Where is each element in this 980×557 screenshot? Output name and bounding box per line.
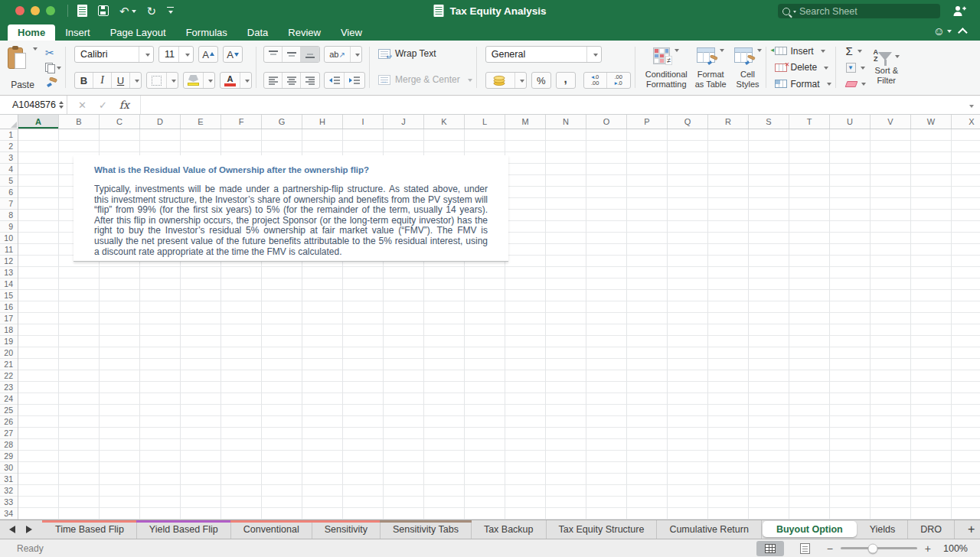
sheet-tab-cumulative-return[interactable]: Cumulative Return bbox=[657, 520, 762, 539]
column-header-C[interactable]: C bbox=[100, 115, 140, 129]
column-header-Q[interactable]: Q bbox=[668, 115, 708, 129]
add-sheet-button[interactable]: + bbox=[955, 520, 980, 539]
close-window-button[interactable] bbox=[15, 6, 24, 15]
row-header-9[interactable]: 9 bbox=[0, 221, 18, 233]
row-header-15[interactable]: 15 bbox=[0, 290, 18, 301]
save-icon[interactable] bbox=[98, 5, 109, 16]
column-header-T[interactable]: T bbox=[789, 115, 830, 129]
align-right-button[interactable] bbox=[301, 73, 319, 88]
italic-button[interactable]: I bbox=[93, 73, 112, 88]
row-header-7[interactable]: 7 bbox=[0, 198, 18, 210]
normal-view-button[interactable] bbox=[756, 541, 784, 556]
increase-indent-button[interactable] bbox=[345, 73, 364, 88]
insert-cells-button[interactable]: Insert bbox=[775, 45, 831, 57]
confirm-entry-icon[interactable]: ✓ bbox=[99, 99, 107, 111]
row-header-29[interactable]: 29 bbox=[0, 451, 18, 462]
row-header-34[interactable]: 34 bbox=[0, 508, 18, 520]
sheet-tab-tax-equity-structure[interactable]: Tax Equity Structure bbox=[547, 520, 658, 539]
align-middle-button[interactable] bbox=[283, 47, 301, 62]
row-header-4[interactable]: 4 bbox=[0, 164, 18, 175]
increase-decimal-button[interactable]: ◂.0 .00 bbox=[584, 73, 607, 88]
fill-color-caret[interactable] bbox=[204, 73, 214, 88]
sheet-tab-conventional[interactable]: Conventional bbox=[231, 520, 312, 539]
collapse-ribbon-button[interactable] bbox=[958, 28, 968, 37]
share-people-button[interactable] bbox=[952, 5, 966, 17]
search-sheet-box[interactable]: Search Sheet bbox=[778, 4, 940, 18]
sheet-tab-tax-backup[interactable]: Tax Backup bbox=[472, 520, 547, 539]
redo-icon[interactable]: ↻ bbox=[147, 5, 157, 17]
zoom-in-button[interactable]: + bbox=[925, 542, 931, 555]
column-header-G[interactable]: G bbox=[262, 115, 302, 129]
row-header-19[interactable]: 19 bbox=[0, 336, 18, 347]
row-header-23[interactable]: 23 bbox=[0, 382, 18, 393]
comma-style-button[interactable]: , bbox=[556, 72, 576, 89]
row-header-31[interactable]: 31 bbox=[0, 474, 18, 485]
row-header-10[interactable]: 10 bbox=[0, 233, 18, 244]
borders-dropdown-caret[interactable] bbox=[167, 73, 178, 88]
row-header-32[interactable]: 32 bbox=[0, 485, 18, 497]
borders-button[interactable] bbox=[147, 73, 167, 88]
font-color-caret[interactable] bbox=[240, 73, 251, 88]
row-header-27[interactable]: 27 bbox=[0, 428, 18, 439]
undo-dropdown-caret[interactable] bbox=[132, 10, 136, 15]
fill-color-button[interactable] bbox=[184, 73, 204, 88]
sheet-tab-sensitivity-tabs[interactable]: Sensitivity Tabs bbox=[381, 520, 472, 539]
decrease-indent-button[interactable] bbox=[325, 73, 345, 88]
column-header-K[interactable]: K bbox=[424, 115, 465, 129]
column-header-F[interactable]: F bbox=[221, 115, 262, 129]
row-header-13[interactable]: 13 bbox=[0, 267, 18, 278]
ribbon-tab-insert[interactable]: Insert bbox=[55, 24, 100, 41]
sheet-tab-time-based-flip[interactable]: Time Based Flip bbox=[43, 520, 137, 539]
column-header-X[interactable]: X bbox=[952, 115, 980, 129]
ribbon-tab-formulas[interactable]: Formulas bbox=[176, 24, 237, 41]
column-header-L[interactable]: L bbox=[465, 115, 505, 129]
sheet-tab-dro[interactable]: DRO bbox=[908, 520, 955, 539]
align-bottom-button[interactable] bbox=[301, 47, 319, 62]
sort-filter-button[interactable]: A Z Sort & Filter bbox=[874, 44, 900, 90]
row-header-24[interactable]: 24 bbox=[0, 393, 18, 405]
formula-input[interactable] bbox=[140, 96, 966, 114]
cancel-entry-icon[interactable]: ✕ bbox=[78, 99, 87, 111]
zoom-slider-thumb[interactable] bbox=[867, 543, 877, 553]
font-color-button[interactable]: A bbox=[220, 73, 240, 88]
format-as-table-button[interactable]: Format as Table bbox=[695, 46, 727, 89]
new-workbook-icon[interactable] bbox=[77, 5, 87, 17]
zoom-window-button[interactable] bbox=[46, 6, 55, 15]
customize-toolbar-button[interactable] bbox=[167, 7, 174, 15]
row-header-14[interactable]: 14 bbox=[0, 278, 18, 290]
underline-dropdown-caret[interactable] bbox=[130, 73, 141, 88]
wrap-text-button[interactable]: ↩ Wrap Text bbox=[378, 48, 472, 59]
copy-dropdown-caret[interactable] bbox=[57, 67, 61, 72]
row-header-33[interactable]: 33 bbox=[0, 497, 18, 508]
sheet-tab-yield-based-flip[interactable]: Yield Based Flip bbox=[137, 520, 231, 539]
column-header-U[interactable]: U bbox=[830, 115, 871, 129]
row-header-3[interactable]: 3 bbox=[0, 152, 18, 164]
next-sheet-button[interactable] bbox=[26, 526, 32, 533]
paste-button[interactable]: Paste bbox=[6, 44, 39, 90]
font-size-select[interactable]: 11 bbox=[158, 46, 194, 63]
row-header-28[interactable]: 28 bbox=[0, 439, 18, 451]
fill-button[interactable]: ▼ bbox=[846, 62, 866, 73]
column-header-R[interactable]: R bbox=[708, 115, 749, 129]
previous-sheet-button[interactable] bbox=[9, 526, 15, 533]
row-header-6[interactable]: 6 bbox=[0, 187, 18, 198]
zoom-slider[interactable] bbox=[841, 547, 917, 549]
format-cells-button[interactable]: Format bbox=[775, 78, 831, 90]
column-header-P[interactable]: P bbox=[627, 115, 668, 129]
insert-function-icon[interactable]: fx bbox=[119, 99, 129, 111]
column-header-W[interactable]: W bbox=[911, 115, 952, 129]
row-header-8[interactable]: 8 bbox=[0, 210, 18, 221]
column-header-O[interactable]: O bbox=[586, 115, 627, 129]
accounting-format-button[interactable] bbox=[486, 73, 515, 88]
column-header-H[interactable]: H bbox=[302, 115, 343, 129]
column-header-S[interactable]: S bbox=[749, 115, 789, 129]
bold-button[interactable]: B bbox=[75, 73, 93, 88]
row-header-11[interactable]: 11 bbox=[0, 244, 18, 256]
row-header-22[interactable]: 22 bbox=[0, 370, 18, 382]
page-layout-view-button[interactable] bbox=[792, 541, 819, 556]
row-header-26[interactable]: 26 bbox=[0, 416, 18, 428]
align-center-button[interactable] bbox=[283, 73, 301, 88]
number-format-select[interactable]: General bbox=[485, 46, 602, 63]
increase-font-size-button[interactable]: A bbox=[198, 46, 218, 63]
underline-button[interactable]: U bbox=[112, 73, 130, 88]
